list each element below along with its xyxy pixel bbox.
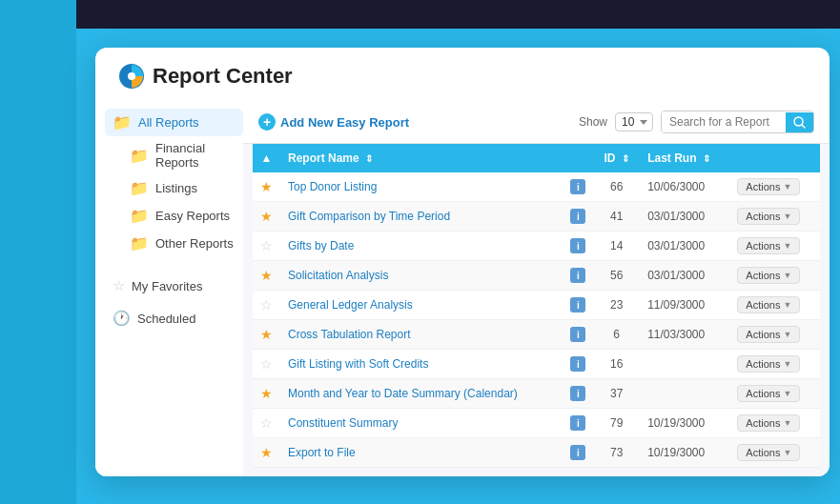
sidebar-item-other-reports[interactable]: 📁 Other Reports <box>105 230 243 257</box>
last-run-cell: 03/01/3000 <box>640 202 729 232</box>
search-button[interactable] <box>786 112 813 132</box>
last-run-cell: 11/03/3000 <box>640 320 729 350</box>
star-filled-icon[interactable]: ★ <box>260 445 273 460</box>
sidebar-item-listings[interactable]: 📁 Listings <box>105 174 243 202</box>
info-cell: i <box>563 320 593 350</box>
actions-button[interactable]: Actions ▼ <box>737 355 800 373</box>
star-filled-icon[interactable]: ★ <box>260 179 273 194</box>
sidebar-item-favorites[interactable]: ☆ My Favorites <box>105 272 243 299</box>
last-run-cell <box>640 379 729 409</box>
report-name-link[interactable]: Month and Year to Date Summary (Calendar… <box>288 387 518 400</box>
sidebar-financial-label: Financial Reports <box>155 141 236 170</box>
table-row: ★Gift Comparison by Time Periodi4103/01/… <box>253 202 820 232</box>
star-filled-icon[interactable]: ★ <box>260 386 273 401</box>
actions-button[interactable]: Actions ▼ <box>737 444 800 461</box>
report-name-cell: Gift Comparison by Time Period <box>280 202 563 232</box>
info-button[interactable]: i <box>570 327 585 342</box>
info-cell: i <box>563 172 593 202</box>
sidebar-item-financial-reports[interactable]: 📁 Financial Reports <box>105 136 243 174</box>
id-cell: 16 <box>593 350 640 379</box>
report-name-link[interactable]: Export to File <box>288 446 356 459</box>
show-select[interactable]: 10 25 50 <box>615 112 653 131</box>
actions-button[interactable]: Actions ▼ <box>737 237 800 254</box>
actions-cell: Actions ▼ <box>729 172 820 202</box>
actions-button[interactable]: Actions ▼ <box>737 385 800 402</box>
star-empty-icon[interactable]: ☆ <box>260 356 273 372</box>
star-cell[interactable]: ★ <box>253 320 280 350</box>
col-header-last-run[interactable]: Last Run ⇕ <box>640 144 729 172</box>
star-cell[interactable]: ☆ <box>253 291 280 320</box>
star-cell[interactable]: ☆ <box>253 350 280 379</box>
star-cell[interactable]: ★ <box>253 202 280 232</box>
info-button[interactable]: i <box>570 209 585 224</box>
star-cell[interactable]: ☆ <box>253 232 280 261</box>
actions-button[interactable]: Actions ▼ <box>737 326 800 343</box>
actions-button[interactable]: Actions ▼ <box>737 208 800 225</box>
table-row: ☆General Ledger Analysisi2311/09/3000Act… <box>253 291 820 320</box>
info-button[interactable]: i <box>570 238 585 253</box>
star-cell[interactable]: ★ <box>253 438 280 468</box>
sidebar-other-label: Other Reports <box>155 236 234 251</box>
info-cell: i <box>563 350 593 379</box>
table-row: ★Export to Filei7310/19/3000Actions ▼ <box>253 438 820 468</box>
col-header-actions <box>729 144 820 172</box>
col-header-star: ▲ <box>253 144 280 172</box>
star-empty-icon[interactable]: ☆ <box>260 297 273 312</box>
header-right: Show 10 25 50 <box>579 111 814 133</box>
info-button[interactable]: i <box>570 268 585 283</box>
col-header-info <box>563 144 593 172</box>
left-accent <box>0 0 76 504</box>
sort-arrow-up-icon: ▲ <box>261 151 273 165</box>
report-name-link[interactable]: General Ledger Analysis <box>288 298 413 312</box>
star-filled-icon[interactable]: ★ <box>260 209 273 224</box>
search-input[interactable] <box>662 111 786 132</box>
sidebar-item-scheduled[interactable]: 🕐 Scheduled <box>105 305 243 332</box>
star-filled-icon[interactable]: ★ <box>260 327 273 342</box>
col-header-report-name[interactable]: Report Name ⇕ <box>280 144 563 172</box>
report-name-link[interactable]: Gift Comparison by Time Period <box>288 210 450 223</box>
actions-button[interactable]: Actions ▼ <box>737 414 800 432</box>
svg-point-1 <box>128 72 135 80</box>
actions-button[interactable]: Actions ▼ <box>737 178 800 195</box>
star-empty-icon[interactable]: ☆ <box>260 238 273 253</box>
info-cell: i <box>563 409 593 438</box>
report-name-link[interactable]: Constituent Summary <box>288 416 398 430</box>
col-header-id[interactable]: ID ⇕ <box>593 144 640 172</box>
chevron-down-icon: ▼ <box>783 300 791 310</box>
plus-circle-icon: + <box>258 113 276 131</box>
chevron-down-icon: ▼ <box>783 418 791 428</box>
chevron-down-icon: ▼ <box>783 241 791 251</box>
star-cell[interactable]: ☆ <box>253 409 280 438</box>
report-name-link[interactable]: Solicitation Analysis <box>288 269 388 282</box>
report-name-link[interactable]: Gifts by Date <box>288 239 354 252</box>
last-run-cell <box>640 350 729 379</box>
info-button[interactable]: i <box>570 179 585 194</box>
info-cell: i <box>563 291 593 320</box>
id-cell: 66 <box>593 172 640 202</box>
report-name-link[interactable]: Top Donor Listing <box>288 180 377 193</box>
report-name-link[interactable]: Gift Listing with Soft Credits <box>288 357 428 371</box>
actions-button[interactable]: Actions ▼ <box>737 267 800 284</box>
info-button[interactable]: i <box>570 445 585 460</box>
star-cell[interactable]: ★ <box>253 261 280 291</box>
sidebar-item-all-reports[interactable]: 📁 All Reports <box>105 109 243 136</box>
sidebar-item-easy-reports[interactable]: 📁 Easy Reports <box>105 202 243 230</box>
info-button[interactable]: i <box>570 415 585 431</box>
actions-cell: Actions ▼ <box>729 379 820 409</box>
info-button[interactable]: i <box>570 297 585 312</box>
sidebar-all-reports-label: All Reports <box>138 115 199 130</box>
id-cell: 37 <box>593 379 640 409</box>
actions-button[interactable]: Actions ▼ <box>737 296 800 313</box>
clock-icon-scheduled: 🕐 <box>113 310 131 327</box>
add-new-report-button[interactable]: + Add New Easy Report <box>258 113 409 131</box>
star-filled-icon[interactable]: ★ <box>260 268 273 283</box>
info-button[interactable]: i <box>570 386 585 401</box>
star-empty-icon[interactable]: ☆ <box>260 415 273 431</box>
table-row: ★Cross Tabulation Reporti611/03/3000Acti… <box>253 320 820 350</box>
star-cell[interactable]: ★ <box>253 172 280 202</box>
table-row: ☆Constituent Summaryi7910/19/3000Actions… <box>253 409 820 438</box>
reports-table: ▲ Report Name ⇕ ID ⇕ <box>253 144 820 468</box>
star-cell[interactable]: ★ <box>253 379 280 409</box>
report-name-link[interactable]: Cross Tabulation Report <box>288 328 411 341</box>
info-button[interactable]: i <box>570 356 585 372</box>
